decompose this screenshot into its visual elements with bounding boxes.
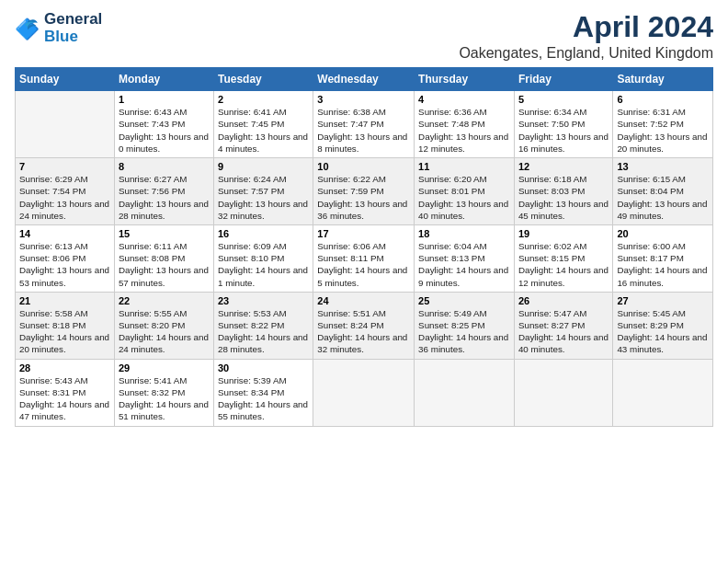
day-number: 27 — [617, 295, 709, 306]
table-row: 4 Sunrise: 6:36 AMSunset: 7:48 PMDayligh… — [415, 91, 515, 158]
table-row: 12 Sunrise: 6:18 AMSunset: 8:03 PMDaylig… — [514, 158, 612, 225]
day-number: 22 — [119, 295, 210, 306]
calendar-week-row: 7 Sunrise: 6:29 AMSunset: 7:54 PMDayligh… — [16, 158, 713, 225]
table-row: 30 Sunrise: 5:39 AMSunset: 8:34 PMDaylig… — [213, 359, 313, 426]
day-number: 17 — [317, 228, 410, 239]
page-container: 🔷 General Blue April 2024 Oakengates, En… — [0, 0, 728, 438]
table-row: 26 Sunrise: 5:47 AMSunset: 8:27 PMDaylig… — [514, 292, 612, 359]
table-row: 15 Sunrise: 6:11 AMSunset: 8:08 PMDaylig… — [114, 224, 213, 292]
day-info: Sunrise: 5:51 AMSunset: 8:24 PMDaylight:… — [317, 307, 410, 356]
day-info: Sunrise: 5:39 AMSunset: 8:34 PMDaylight:… — [218, 374, 309, 423]
day-info: Sunrise: 6:31 AMSunset: 7:52 PMDaylight:… — [617, 106, 709, 155]
calendar-week-row: 14 Sunrise: 6:13 AMSunset: 8:06 PMDaylig… — [16, 224, 713, 292]
day-number: 19 — [518, 228, 609, 239]
header-tuesday: Tuesday — [213, 68, 313, 91]
day-info: Sunrise: 6:00 AMSunset: 8:17 PMDaylight:… — [617, 240, 709, 289]
day-number: 30 — [218, 362, 309, 373]
table-row: 5 Sunrise: 6:34 AMSunset: 7:50 PMDayligh… — [514, 91, 612, 158]
day-info: Sunrise: 6:04 AMSunset: 8:13 PMDaylight:… — [418, 240, 510, 289]
table-row: 2 Sunrise: 6:41 AMSunset: 7:45 PMDayligh… — [213, 91, 313, 158]
logo-line2: Blue — [44, 29, 102, 46]
day-number: 11 — [418, 161, 510, 172]
day-info: Sunrise: 6:09 AMSunset: 8:10 PMDaylight:… — [218, 240, 309, 289]
day-number: 2 — [218, 94, 309, 105]
day-info: Sunrise: 6:34 AMSunset: 7:50 PMDaylight:… — [518, 106, 609, 155]
day-number: 24 — [317, 295, 410, 306]
day-number: 28 — [19, 362, 110, 373]
table-row: 9 Sunrise: 6:24 AMSunset: 7:57 PMDayligh… — [213, 158, 313, 225]
table-row: 16 Sunrise: 6:09 AMSunset: 8:10 PMDaylig… — [213, 224, 313, 292]
day-info: Sunrise: 6:27 AMSunset: 7:56 PMDaylight:… — [119, 173, 210, 222]
header-saturday: Saturday — [613, 68, 713, 91]
title-block: April 2024 Oakengates, England, United K… — [459, 11, 713, 62]
day-number: 12 — [518, 161, 609, 172]
table-row: 25 Sunrise: 5:49 AMSunset: 8:25 PMDaylig… — [415, 292, 515, 359]
day-info: Sunrise: 6:13 AMSunset: 8:06 PMDaylight:… — [19, 240, 110, 289]
day-number: 3 — [317, 94, 410, 105]
day-info: Sunrise: 5:47 AMSunset: 8:27 PMDaylight:… — [518, 307, 609, 356]
table-row: 8 Sunrise: 6:27 AMSunset: 7:56 PMDayligh… — [114, 158, 213, 225]
table-row: 20 Sunrise: 6:00 AMSunset: 8:17 PMDaylig… — [613, 224, 713, 292]
table-row — [16, 91, 115, 158]
day-number: 25 — [418, 295, 510, 306]
table-row: 27 Sunrise: 5:45 AMSunset: 8:29 PMDaylig… — [613, 292, 713, 359]
table-row: 7 Sunrise: 6:29 AMSunset: 7:54 PMDayligh… — [16, 158, 115, 225]
table-row: 19 Sunrise: 6:02 AMSunset: 8:15 PMDaylig… — [514, 224, 612, 292]
table-row: 3 Sunrise: 6:38 AMSunset: 7:47 PMDayligh… — [313, 91, 415, 158]
table-row — [313, 359, 415, 426]
header: 🔷 General Blue April 2024 Oakengates, En… — [15, 11, 713, 62]
day-number: 20 — [617, 228, 709, 239]
table-row: 11 Sunrise: 6:20 AMSunset: 8:01 PMDaylig… — [415, 158, 515, 225]
day-number: 16 — [218, 228, 309, 239]
table-row: 29 Sunrise: 5:41 AMSunset: 8:32 PMDaylig… — [114, 359, 213, 426]
day-number: 7 — [19, 161, 110, 172]
day-number: 14 — [19, 228, 110, 239]
day-number: 1 — [119, 94, 210, 105]
day-number: 26 — [518, 295, 609, 306]
day-number: 15 — [119, 228, 210, 239]
header-sunday: Sunday — [16, 68, 115, 91]
logo-icon: 🔷 — [15, 16, 40, 41]
day-number: 13 — [617, 161, 709, 172]
day-info: Sunrise: 6:20 AMSunset: 8:01 PMDaylight:… — [418, 173, 510, 222]
day-info: Sunrise: 6:24 AMSunset: 7:57 PMDaylight:… — [218, 173, 309, 222]
table-row: 24 Sunrise: 5:51 AMSunset: 8:24 PMDaylig… — [313, 292, 415, 359]
day-info: Sunrise: 5:55 AMSunset: 8:20 PMDaylight:… — [119, 307, 210, 356]
day-info: Sunrise: 5:53 AMSunset: 8:22 PMDaylight:… — [218, 307, 309, 356]
table-row: 21 Sunrise: 5:58 AMSunset: 8:18 PMDaylig… — [16, 292, 115, 359]
main-title: April 2024 — [459, 11, 713, 43]
day-info: Sunrise: 6:15 AMSunset: 8:04 PMDaylight:… — [617, 173, 709, 222]
day-info: Sunrise: 5:49 AMSunset: 8:25 PMDaylight:… — [418, 307, 510, 356]
table-row: 23 Sunrise: 5:53 AMSunset: 8:22 PMDaylig… — [213, 292, 313, 359]
header-thursday: Thursday — [415, 68, 515, 91]
calendar-week-row: 21 Sunrise: 5:58 AMSunset: 8:18 PMDaylig… — [16, 292, 713, 359]
table-row: 13 Sunrise: 6:15 AMSunset: 8:04 PMDaylig… — [613, 158, 713, 225]
day-number: 9 — [218, 161, 309, 172]
day-info: Sunrise: 6:43 AMSunset: 7:43 PMDaylight:… — [119, 106, 210, 155]
day-number: 10 — [317, 161, 410, 172]
calendar-week-row: 28 Sunrise: 5:43 AMSunset: 8:31 PMDaylig… — [16, 359, 713, 426]
day-number: 8 — [119, 161, 210, 172]
day-info: Sunrise: 6:18 AMSunset: 8:03 PMDaylight:… — [518, 173, 609, 222]
day-number: 18 — [418, 228, 510, 239]
day-number: 21 — [19, 295, 110, 306]
day-info: Sunrise: 6:06 AMSunset: 8:11 PMDaylight:… — [317, 240, 410, 289]
day-info: Sunrise: 6:41 AMSunset: 7:45 PMDaylight:… — [218, 106, 309, 155]
calendar-table: Sunday Monday Tuesday Wednesday Thursday… — [15, 67, 713, 426]
table-row: 17 Sunrise: 6:06 AMSunset: 8:11 PMDaylig… — [313, 224, 415, 292]
day-number: 5 — [518, 94, 609, 105]
header-wednesday: Wednesday — [313, 68, 415, 91]
logo-line1: General — [44, 11, 102, 29]
table-row: 14 Sunrise: 6:13 AMSunset: 8:06 PMDaylig… — [16, 224, 115, 292]
day-number: 6 — [617, 94, 709, 105]
table-row — [613, 359, 713, 426]
header-monday: Monday — [114, 68, 213, 91]
day-info: Sunrise: 6:22 AMSunset: 7:59 PMDaylight:… — [317, 173, 410, 222]
header-friday: Friday — [514, 68, 612, 91]
table-row: 28 Sunrise: 5:43 AMSunset: 8:31 PMDaylig… — [16, 359, 115, 426]
day-number: 23 — [218, 295, 309, 306]
calendar-week-row: 1 Sunrise: 6:43 AMSunset: 7:43 PMDayligh… — [16, 91, 713, 158]
table-row: 6 Sunrise: 6:31 AMSunset: 7:52 PMDayligh… — [613, 91, 713, 158]
day-info: Sunrise: 6:36 AMSunset: 7:48 PMDaylight:… — [418, 106, 510, 155]
table-row: 1 Sunrise: 6:43 AMSunset: 7:43 PMDayligh… — [114, 91, 213, 158]
